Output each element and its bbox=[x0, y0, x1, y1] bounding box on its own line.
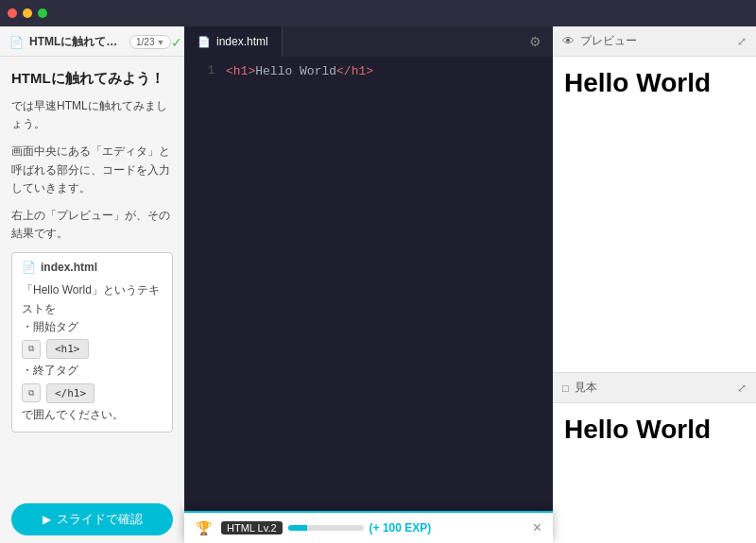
code-content-1[interactable]: <h1>Hello World</h1> bbox=[226, 64, 373, 78]
top-bar bbox=[0, 0, 756, 26]
code-line-1: 1 <h1>Hello World</h1> bbox=[184, 64, 553, 78]
editor-tab-label: index.html bbox=[216, 35, 268, 48]
sample-header-left: □ 見本 bbox=[562, 380, 597, 396]
start-tag-row: ⧉ <h1> bbox=[22, 339, 163, 360]
line-number-1: 1 bbox=[192, 64, 215, 77]
sample-body: Hello World bbox=[553, 403, 756, 543]
preview-header: 👁 プレビュー ⤢ bbox=[553, 26, 756, 57]
chevron-down-icon[interactable]: ▼ bbox=[156, 38, 164, 47]
editor-body[interactable]: 1 <h1>Hello World</h1> bbox=[184, 57, 553, 543]
open-bracket: < bbox=[226, 64, 233, 78]
sample-content-h1: Hello World bbox=[564, 415, 745, 445]
exp-text: (+ 100 EXP) bbox=[369, 521, 432, 535]
copy-icon-2: ⧉ bbox=[28, 386, 34, 399]
file-box-name: index.html bbox=[41, 261, 97, 274]
sidebar-footer: ▶ スライドで確認 bbox=[0, 496, 184, 543]
exp-bar-container bbox=[288, 525, 364, 531]
copy-start-tag-btn[interactable]: ⧉ bbox=[22, 340, 41, 359]
file-box-icon: 📄 bbox=[22, 261, 36, 274]
end-tag-row: ⧉ </h1> bbox=[22, 383, 163, 404]
window-close-dot[interactable] bbox=[8, 8, 17, 18]
sidebar-body-para-3: 右上の「プレビュー」が、その結果です。 bbox=[11, 207, 173, 243]
editor-area: 📄 index.html ⚙ 1 <h1>Hello World</h1> 🏆 … bbox=[184, 26, 553, 543]
main-layout: 📄 HTMLに触れてみ... 1/23 ▼ ✓ HTMLに触れてみよう！ では早… bbox=[0, 26, 756, 543]
slide-confirm-button[interactable]: ▶ スライドで確認 bbox=[11, 503, 173, 535]
sidebar: 📄 HTMLに触れてみ... 1/23 ▼ ✓ HTMLに触れてみよう！ では早… bbox=[0, 26, 184, 543]
end-tag-label: ・終了タグ bbox=[22, 362, 163, 380]
close-tag-bracket: </ bbox=[336, 64, 352, 78]
sample-title: 見本 bbox=[575, 380, 597, 396]
sidebar-title: HTMLに触れてみ... bbox=[29, 34, 124, 50]
start-tag-chip: <h1> bbox=[46, 339, 89, 360]
file-box-description: 「Hello World」というテキストを bbox=[22, 281, 163, 317]
window-minimize-dot[interactable] bbox=[23, 8, 32, 18]
slide-btn-label: スライドで確認 bbox=[57, 511, 143, 528]
sidebar-file-icon: 📄 bbox=[9, 36, 24, 49]
slide-btn-icon: ▶ bbox=[43, 513, 51, 526]
file-box: 📄 index.html 「Hello World」というテキストを ・開始タグ… bbox=[11, 252, 173, 433]
sample-header: □ 見本 ⤢ bbox=[553, 373, 756, 403]
file-box-body: 「Hello World」というテキストを ・開始タグ ⧉ <h1> ・終了タグ… bbox=[22, 281, 163, 424]
preview-title: プレビュー bbox=[580, 33, 637, 49]
preview-body: Hello World bbox=[553, 57, 756, 372]
copy-icon: ⧉ bbox=[28, 342, 34, 355]
sidebar-content: HTMLに触れてみよう！ では早速HTMLに触れてみましょう。 画面中央にある「… bbox=[0, 57, 184, 496]
lesson-badge: 1/23 ▼ bbox=[129, 35, 171, 49]
copy-end-tag-btn[interactable]: ⧉ bbox=[22, 383, 41, 402]
preview-section: 👁 プレビュー ⤢ Hello World bbox=[553, 26, 756, 373]
file-box-header: 📄 index.html bbox=[22, 261, 163, 274]
sidebar-header-left: 📄 HTMLに触れてみ... 1/23 ▼ bbox=[9, 34, 171, 50]
notification-text: HTML Lv.2 (+ 100 EXP) bbox=[221, 521, 431, 535]
preview-eye-icon: 👁 bbox=[562, 34, 575, 48]
level-badge: HTML Lv.2 bbox=[221, 521, 283, 535]
sidebar-header: 📄 HTMLに触れてみ... 1/23 ▼ ✓ bbox=[0, 26, 184, 57]
sample-expand-icon[interactable]: ⤢ bbox=[737, 382, 747, 395]
notification-content: 🏆 HTML Lv.2 (+ 100 EXP) bbox=[196, 520, 431, 535]
editor-tabs: 📄 index.html ⚙ bbox=[184, 26, 553, 57]
right-panel: 👁 プレビュー ⤢ Hello World □ 見本 ⤢ Hello World bbox=[553, 26, 756, 543]
file-box-footer: で囲んでください。 bbox=[22, 406, 163, 424]
trophy-icon: 🏆 bbox=[196, 520, 212, 535]
window-maximize-dot[interactable] bbox=[38, 8, 47, 18]
sidebar-body-para-2: 画面中央にある「エディタ」と呼ばれる部分に、コードを入力していきます。 bbox=[11, 143, 173, 197]
sample-section: □ 見本 ⤢ Hello World bbox=[553, 373, 756, 543]
notification-bar: 🏆 HTML Lv.2 (+ 100 EXP) × bbox=[184, 511, 553, 543]
code-text-content: Hello World bbox=[255, 64, 336, 78]
settings-button[interactable]: ⚙ bbox=[518, 34, 553, 49]
sample-icon: □ bbox=[562, 382, 569, 394]
end-tag-chip: </h1> bbox=[46, 383, 94, 404]
close-tag-end: > bbox=[366, 64, 373, 78]
sidebar-main-title: HTMLに触れてみよう！ bbox=[11, 68, 173, 88]
sidebar-body-para-1: では早速HTMLに触れてみましょう。 bbox=[11, 97, 173, 133]
gear-icon: ⚙ bbox=[529, 34, 541, 49]
preview-header-left: 👁 プレビュー bbox=[562, 33, 637, 49]
notification-close-button[interactable]: × bbox=[533, 520, 541, 535]
exp-bar-fill bbox=[288, 525, 307, 531]
tab-file-icon: 📄 bbox=[198, 36, 211, 48]
lesson-progress: 1/23 bbox=[136, 37, 154, 47]
start-tag-label: ・開始タグ bbox=[22, 318, 163, 336]
tag-h1-open: h1 bbox=[233, 64, 249, 78]
check-icon: ✓ bbox=[171, 35, 182, 50]
preview-content-h1: Hello World bbox=[564, 68, 745, 98]
tag-h1-close: h1 bbox=[352, 64, 367, 78]
preview-expand-icon[interactable]: ⤢ bbox=[737, 35, 747, 48]
editor-tab-index-html[interactable]: 📄 index.html bbox=[184, 26, 283, 57]
